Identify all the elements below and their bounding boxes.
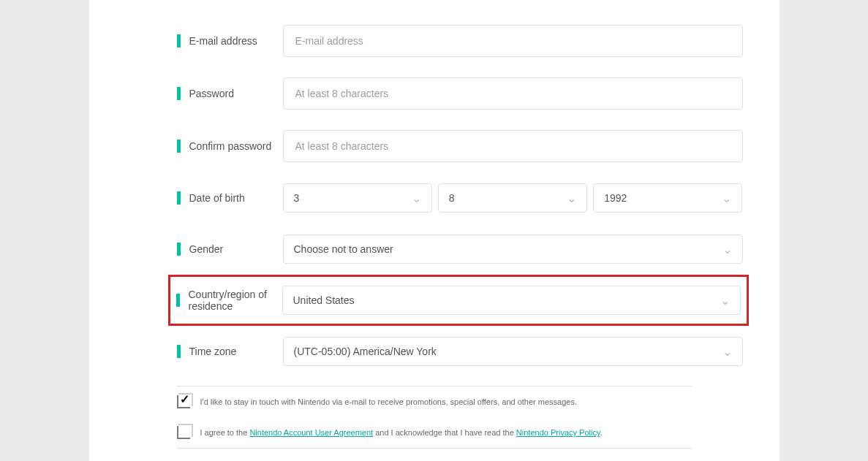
dob-field-col: 3 ⌄ 8 ⌄ 1992 ⌄ bbox=[283, 183, 780, 213]
agreement-check-row: I agree to the Nintendo Account User Agr… bbox=[177, 417, 692, 448]
dob-year-value: 1992 bbox=[604, 192, 627, 204]
accent-bar bbox=[177, 140, 181, 153]
password-row: Password bbox=[89, 67, 780, 120]
accent-bar bbox=[177, 243, 181, 256]
email-label: E-mail address bbox=[189, 35, 257, 47]
form-panel: E-mail address Password Confirm password… bbox=[89, 0, 780, 461]
password-label: Password bbox=[189, 88, 234, 99]
chevron-down-icon: ⌄ bbox=[567, 191, 576, 205]
marketing-text: I'd like to stay in touch with Nintendo … bbox=[200, 397, 578, 406]
timezone-row: Time zone (UTC-05:00) America/New York ⌄ bbox=[89, 326, 780, 377]
timezone-value: (UTC-05:00) America/New York bbox=[294, 346, 437, 357]
chevron-down-icon: ⌄ bbox=[722, 243, 732, 256]
email-field-col bbox=[283, 25, 780, 57]
confirm-label: Confirm password bbox=[189, 140, 272, 152]
gender-label: Gender bbox=[189, 243, 224, 255]
confirm-label-col: Confirm password bbox=[89, 140, 283, 153]
email-row: E-mail address bbox=[89, 15, 780, 67]
timezone-select[interactable]: (UTC-05:00) America/New York ⌄ bbox=[283, 337, 743, 366]
gender-label-col: Gender bbox=[89, 243, 283, 256]
user-agreement-link[interactable]: Nintendo Account User Agreement bbox=[249, 428, 373, 437]
checkbox-section: I'd like to stay in touch with Nintendo … bbox=[177, 386, 692, 449]
divider bbox=[177, 448, 692, 449]
accent-bar bbox=[177, 87, 181, 100]
country-row: Country/region of residence United State… bbox=[168, 275, 749, 326]
country-field-col: United States ⌄ bbox=[282, 286, 741, 315]
dob-day-select[interactable]: 8 ⌄ bbox=[438, 183, 587, 213]
dob-label: Date of birth bbox=[189, 192, 245, 204]
password-input[interactable] bbox=[283, 77, 743, 110]
timezone-field-col: (UTC-05:00) America/New York ⌄ bbox=[283, 337, 780, 366]
confirm-input[interactable] bbox=[283, 130, 743, 162]
accent-bar bbox=[177, 191, 181, 205]
chevron-down-icon: ⌄ bbox=[722, 345, 732, 359]
gender-field-col: Choose not to answer ⌄ bbox=[283, 235, 780, 264]
chevron-down-icon: ⌄ bbox=[722, 191, 731, 205]
email-label-col: E-mail address bbox=[89, 34, 283, 47]
password-label-col: Password bbox=[89, 87, 283, 100]
gender-row: Gender Choose not to answer ⌄ bbox=[89, 224, 780, 275]
agreement-before: I agree to the bbox=[200, 428, 250, 437]
country-label: Country/region of residence bbox=[189, 289, 282, 312]
marketing-checkbox[interactable] bbox=[177, 395, 190, 408]
gender-select[interactable]: Choose not to answer ⌄ bbox=[283, 235, 743, 264]
dob-label-col: Date of birth bbox=[89, 191, 283, 205]
gender-value: Choose not to answer bbox=[294, 243, 393, 255]
email-input[interactable] bbox=[283, 25, 743, 57]
accent-bar bbox=[176, 294, 180, 307]
chevron-down-icon: ⌄ bbox=[412, 191, 421, 205]
chevron-down-icon: ⌄ bbox=[720, 294, 730, 308]
timezone-label: Time zone bbox=[189, 346, 237, 357]
dob-month-select[interactable]: 3 ⌄ bbox=[283, 183, 432, 213]
marketing-check-row: I'd like to stay in touch with Nintendo … bbox=[177, 386, 692, 417]
confirm-row: Confirm password bbox=[89, 120, 780, 172]
agreement-mid: and I acknowledge that I have read the bbox=[373, 428, 516, 437]
dob-day-value: 8 bbox=[449, 192, 455, 204]
country-value: United States bbox=[293, 294, 355, 306]
agreement-checkbox[interactable] bbox=[177, 426, 190, 439]
accent-bar bbox=[177, 34, 181, 47]
timezone-label-col: Time zone bbox=[89, 345, 283, 358]
country-select[interactable]: United States ⌄ bbox=[282, 286, 741, 315]
agreement-text: I agree to the Nintendo Account User Agr… bbox=[200, 428, 603, 437]
agreement-after: . bbox=[600, 428, 603, 437]
dob-year-select[interactable]: 1992 ⌄ bbox=[593, 183, 742, 213]
confirm-field-col bbox=[283, 130, 780, 162]
privacy-policy-link[interactable]: Nintendo Privacy Policy bbox=[516, 428, 600, 437]
dob-row: Date of birth 3 ⌄ 8 ⌄ 1992 ⌄ bbox=[89, 172, 780, 224]
accent-bar bbox=[177, 345, 181, 358]
country-label-col: Country/region of residence bbox=[170, 289, 282, 312]
password-field-col bbox=[283, 77, 780, 110]
dob-month-value: 3 bbox=[294, 192, 300, 204]
